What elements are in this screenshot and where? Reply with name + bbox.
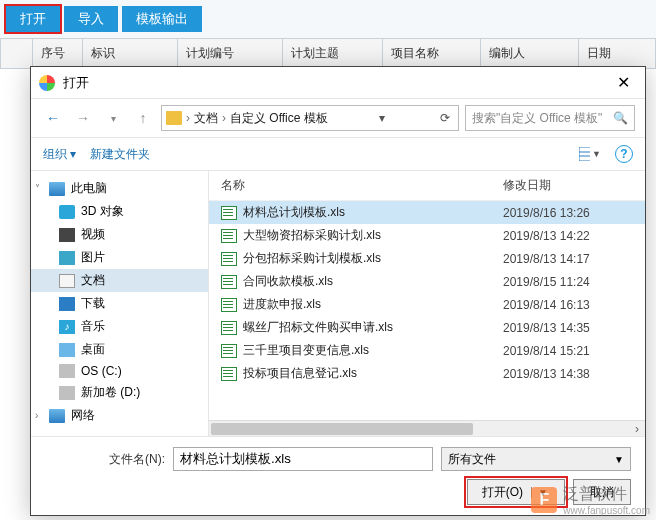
file-name: 材料总计划模板.xls: [243, 204, 497, 221]
filename-input[interactable]: [173, 447, 433, 471]
tree-item[interactable]: 3D 对象: [31, 200, 208, 223]
horizontal-scrollbar[interactable]: ‹ ›: [209, 420, 645, 436]
grid-col-planno[interactable]: 计划编号: [177, 39, 282, 68]
tree-item[interactable]: 文档: [31, 269, 208, 292]
xls-icon: [221, 367, 237, 381]
file-date: 2019/8/16 13:26: [503, 206, 633, 220]
search-input[interactable]: 搜索"自定义 Office 模板" 🔍: [465, 105, 635, 131]
file-row[interactable]: 合同收款模板.xls2019/8/15 11:24: [209, 270, 645, 293]
file-row[interactable]: 分包招标采购计划模板.xls2019/8/13 14:17: [209, 247, 645, 270]
file-row[interactable]: 大型物资招标采购计划.xls2019/8/13 14:22: [209, 224, 645, 247]
scroll-right-icon[interactable]: ›: [629, 421, 645, 436]
xls-icon: [221, 344, 237, 358]
tree-item-label: 3D 对象: [81, 203, 124, 220]
new-folder-button[interactable]: 新建文件夹: [90, 146, 150, 163]
dialog-titlebar[interactable]: 打开 ✕: [31, 67, 645, 99]
open-file-label: 打开(O): [482, 484, 523, 501]
file-row[interactable]: 三千里项目变更信息.xls2019/8/14 15:21: [209, 339, 645, 362]
tree-item-icon: [49, 182, 65, 196]
help-icon[interactable]: ?: [615, 145, 633, 163]
file-name: 合同收款模板.xls: [243, 273, 497, 290]
file-list[interactable]: 材料总计划模板.xls2019/8/16 13:26大型物资招标采购计划.xls…: [209, 201, 645, 420]
open-button[interactable]: 打开: [6, 6, 60, 32]
tree-item[interactable]: 图片: [31, 246, 208, 269]
grid-col-seq[interactable]: 序号: [32, 39, 82, 68]
nav-up-icon[interactable]: ↑: [131, 106, 155, 130]
col-name[interactable]: 名称: [221, 177, 503, 194]
file-name: 分包招标采购计划模板.xls: [243, 250, 497, 267]
file-row[interactable]: 进度款申报.xls2019/8/14 16:13: [209, 293, 645, 316]
file-date: 2019/8/13 14:22: [503, 229, 633, 243]
file-name: 三千里项目变更信息.xls: [243, 342, 497, 359]
xls-icon: [221, 275, 237, 289]
expand-icon[interactable]: ˅: [35, 183, 40, 194]
nav-back-icon[interactable]: ←: [41, 106, 65, 130]
tree-item[interactable]: 视频: [31, 223, 208, 246]
grid-col-date[interactable]: 日期: [578, 39, 655, 68]
tree-item-icon: [59, 364, 75, 378]
tree-item-label: 音乐: [81, 318, 105, 335]
tree-item-label: OS (C:): [81, 364, 122, 378]
xls-icon: [221, 229, 237, 243]
tree-item[interactable]: 下载: [31, 292, 208, 315]
tree-item-icon: [59, 386, 75, 400]
search-placeholder: 搜索"自定义 Office 模板": [472, 110, 607, 127]
file-filter-text: 所有文件: [448, 451, 496, 468]
nav-forward-icon[interactable]: →: [71, 106, 95, 130]
open-dialog: 打开 ✕ ← → ▾ ↑ › 文档 › 自定义 Office 模板 ▾ ⟳ 搜索…: [30, 66, 646, 516]
grid-col-label[interactable]: 标识: [82, 39, 177, 68]
file-name: 投标项目信息登记.xls: [243, 365, 497, 382]
file-row[interactable]: 螺丝厂招标文件购买申请.xls2019/8/13 14:35: [209, 316, 645, 339]
tree-item-icon: [59, 274, 75, 288]
expand-icon[interactable]: ›: [35, 410, 38, 421]
grid-col-author[interactable]: 编制人: [480, 39, 578, 68]
folder-icon: [166, 111, 182, 125]
svg-rect-0: [579, 147, 590, 161]
search-icon[interactable]: 🔍: [613, 111, 628, 125]
tree-item[interactable]: ›网络: [31, 404, 208, 427]
open-split-icon[interactable]: ▼: [531, 487, 554, 498]
file-date: 2019/8/15 11:24: [503, 275, 633, 289]
close-icon[interactable]: ✕: [609, 73, 637, 92]
organize-menu[interactable]: 组织 ▾: [43, 146, 76, 163]
grid-col-subject[interactable]: 计划主题: [282, 39, 382, 68]
tree-item-label: 下载: [81, 295, 105, 312]
tree-item[interactable]: ˅此电脑: [31, 177, 208, 200]
file-row[interactable]: 材料总计划模板.xls2019/8/16 13:26: [209, 201, 645, 224]
chevron-down-icon: ▼: [614, 454, 624, 465]
grid-col-project[interactable]: 项目名称: [382, 39, 480, 68]
file-row[interactable]: 投标项目信息登记.xls2019/8/13 14:38: [209, 362, 645, 385]
tree-item-label: 桌面: [81, 341, 105, 358]
crumb-docs[interactable]: 文档: [194, 110, 218, 127]
dialog-logo-icon: [39, 75, 55, 91]
tree-item[interactable]: 新加卷 (D:): [31, 381, 208, 404]
tree-item[interactable]: 音乐: [31, 315, 208, 338]
address-refresh-icon[interactable]: ⟳: [436, 111, 454, 125]
tree-item-label: 网络: [71, 407, 95, 424]
template-export-button[interactable]: 模板输出: [122, 6, 202, 32]
grid-col-blank: [0, 39, 32, 68]
cancel-button[interactable]: 取消: [573, 479, 631, 505]
folder-tree[interactable]: ˅此电脑3D 对象视频图片文档下载音乐桌面OS (C:)新加卷 (D:)›网络: [31, 171, 209, 436]
crumb-sub[interactable]: 自定义 Office 模板: [230, 110, 328, 127]
view-mode-icon[interactable]: ▼: [579, 144, 601, 164]
tree-item-icon: [59, 251, 75, 265]
tree-item-icon: [59, 320, 75, 334]
import-button[interactable]: 导入: [64, 6, 118, 32]
scroll-thumb[interactable]: [211, 423, 473, 435]
xls-icon: [221, 206, 237, 220]
tree-item-icon: [59, 205, 75, 219]
file-date: 2019/8/13 14:35: [503, 321, 633, 335]
file-list-header: 名称 修改日期: [209, 171, 645, 201]
tree-item[interactable]: 桌面: [31, 338, 208, 361]
file-filter-select[interactable]: 所有文件 ▼: [441, 447, 631, 471]
tree-item[interactable]: OS (C:): [31, 361, 208, 381]
tree-item-icon: [59, 228, 75, 242]
open-file-button[interactable]: 打开(O) ▼: [467, 479, 565, 505]
col-date[interactable]: 修改日期: [503, 177, 633, 194]
address-bar[interactable]: › 文档 › 自定义 Office 模板 ▾ ⟳: [161, 105, 459, 131]
file-date: 2019/8/14 15:21: [503, 344, 633, 358]
file-name: 大型物资招标采购计划.xls: [243, 227, 497, 244]
nav-recent-icon[interactable]: ▾: [101, 106, 125, 130]
address-drop-icon[interactable]: ▾: [375, 111, 389, 125]
